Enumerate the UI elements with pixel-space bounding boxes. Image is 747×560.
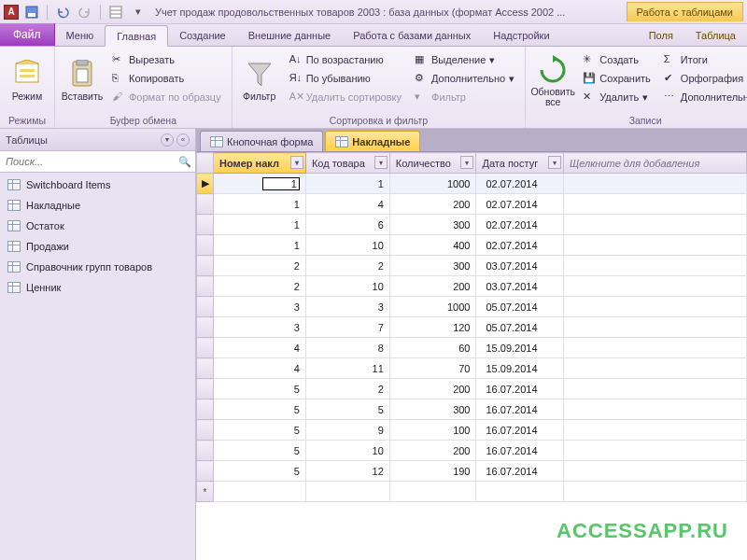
- tab-menu[interactable]: Меню: [55, 24, 106, 46]
- grid-cell[interactable]: 200: [389, 441, 476, 461]
- grid-cell-empty[interactable]: [563, 379, 746, 399]
- nav-item[interactable]: Switchboard Items: [0, 175, 195, 195]
- grid-cell[interactable]: 4: [214, 358, 306, 379]
- refresh-all-button[interactable]: Обновить все: [531, 50, 574, 112]
- grid-cell-empty[interactable]: [563, 235, 746, 256]
- view-button[interactable]: Режим: [6, 50, 49, 112]
- tab-external[interactable]: Внешние данные: [237, 24, 342, 46]
- qat-dropdown-icon[interactable]: ▾: [129, 3, 148, 21]
- column-dropdown-icon[interactable]: ▾: [548, 156, 561, 169]
- row-selector[interactable]: ▶: [197, 174, 214, 194]
- paste-button[interactable]: Вставить: [61, 50, 104, 112]
- filter-button[interactable]: Фильтр: [238, 50, 281, 112]
- grid-cell[interactable]: 16.07.2014: [476, 441, 563, 461]
- nav-collapse-icon[interactable]: «: [176, 133, 190, 147]
- grid-cell-empty[interactable]: [563, 276, 746, 297]
- grid-cell[interactable]: 12: [305, 461, 389, 482]
- delete-record-button[interactable]: ✕Удалить ▾: [578, 88, 655, 106]
- grid-cell[interactable]: 9: [305, 420, 389, 441]
- grid-cell-empty[interactable]: [563, 420, 746, 441]
- grid-cell[interactable]: 300: [389, 215, 476, 235]
- grid-cell[interactable]: 05.07.2014: [476, 317, 563, 338]
- grid-cell-empty[interactable]: [563, 297, 746, 317]
- grid-cell[interactable]: 2: [214, 256, 306, 276]
- row-selector[interactable]: [197, 215, 214, 235]
- grid-cell[interactable]: 200: [389, 276, 476, 297]
- tab-table[interactable]: Таблица: [684, 24, 747, 46]
- column-dropdown-icon[interactable]: ▾: [374, 156, 388, 169]
- grid-cell-empty[interactable]: [563, 215, 746, 235]
- grid-cell-empty[interactable]: [563, 461, 746, 482]
- grid-cell-empty[interactable]: [563, 338, 746, 358]
- grid-cell[interactable]: 02.07.2014: [476, 194, 563, 215]
- sort-asc-button[interactable]: A↓По возрастанию: [285, 50, 406, 69]
- doc-tab-invoices[interactable]: Накладные: [325, 131, 420, 151]
- grid-cell[interactable]: 300: [389, 399, 476, 420]
- nav-item[interactable]: Остаток: [0, 216, 195, 236]
- grid-cell[interactable]: 02.07.2014: [476, 215, 563, 235]
- spelling-button[interactable]: ✔Орфография: [659, 69, 747, 88]
- grid-cell[interactable]: 1: [214, 235, 306, 256]
- grid-cell[interactable]: 5: [305, 399, 389, 420]
- column-header[interactable]: Количество▾: [389, 153, 476, 174]
- grid-cell[interactable]: 15.09.2014: [476, 338, 563, 358]
- row-selector[interactable]: [197, 256, 214, 276]
- nav-header[interactable]: Таблицы ▾ «: [0, 129, 195, 151]
- row-selector[interactable]: [197, 420, 214, 441]
- grid-cell-empty[interactable]: [563, 358, 746, 379]
- grid-cell[interactable]: 200: [389, 379, 476, 399]
- form-icon[interactable]: [106, 3, 125, 21]
- grid-cell[interactable]: 3: [305, 297, 389, 317]
- tab-file[interactable]: Файл: [0, 23, 55, 46]
- grid-cell[interactable]: 15.09.2014: [476, 358, 563, 379]
- data-grid[interactable]: Номер накл▾Код товара▾Количество▾Дата по…: [196, 152, 747, 502]
- tab-dbtools[interactable]: Работа с базами данных: [342, 24, 482, 46]
- grid-cell[interactable]: 400: [389, 235, 476, 256]
- grid-cell-empty[interactable]: [563, 317, 746, 338]
- row-selector[interactable]: [197, 194, 214, 215]
- selection-button[interactable]: ▦Выделение ▾: [410, 50, 519, 69]
- grid-cell[interactable]: 300: [389, 256, 476, 276]
- tab-home[interactable]: Главная: [105, 25, 168, 47]
- copy-button[interactable]: ⎘Копировать: [107, 69, 226, 88]
- grid-cell[interactable]: 5: [214, 379, 306, 399]
- row-selector[interactable]: [197, 338, 214, 358]
- search-icon[interactable]: 🔍: [175, 156, 195, 168]
- new-row-selector[interactable]: *: [197, 482, 214, 502]
- row-selector[interactable]: [197, 379, 214, 399]
- grid-cell[interactable]: 16.07.2014: [476, 420, 563, 441]
- grid-cell[interactable]: 10: [305, 441, 389, 461]
- grid-cell[interactable]: 120: [389, 317, 476, 338]
- column-header[interactable]: Номер накл▾: [214, 153, 306, 174]
- grid-cell-empty[interactable]: [563, 174, 746, 194]
- save-record-button[interactable]: 💾Сохранить: [578, 69, 655, 88]
- grid-cell[interactable]: 1000: [389, 174, 476, 194]
- grid-cell[interactable]: 3: [214, 297, 306, 317]
- toggle-filter-button[interactable]: ▾Фильтр: [410, 88, 519, 106]
- active-cell[interactable]: 1: [262, 177, 300, 190]
- grid-cell[interactable]: 10: [305, 276, 389, 297]
- column-dropdown-icon[interactable]: ▾: [460, 156, 473, 169]
- grid-cell[interactable]: 1000: [389, 297, 476, 317]
- grid-cell[interactable]: 2: [214, 276, 306, 297]
- search-input[interactable]: [0, 151, 175, 172]
- row-selector[interactable]: [197, 276, 214, 297]
- add-column[interactable]: Щелкните для добавления: [563, 153, 746, 174]
- row-selector[interactable]: [197, 461, 214, 482]
- nav-item[interactable]: Продажи: [0, 236, 195, 257]
- sort-desc-button[interactable]: Я↓По убыванию: [285, 69, 406, 88]
- nav-item[interactable]: Справочник групп товаров: [0, 257, 195, 277]
- save-icon[interactable]: [22, 3, 41, 21]
- grid-cell[interactable]: 3: [214, 317, 306, 338]
- cut-button[interactable]: ✂Вырезать: [107, 50, 226, 69]
- redo-icon[interactable]: [76, 3, 94, 21]
- format-painter-button[interactable]: 🖌Формат по образцу: [107, 88, 226, 106]
- nav-item[interactable]: Накладные: [0, 195, 195, 216]
- grid-cell[interactable]: 60: [389, 338, 476, 358]
- select-all-corner[interactable]: [197, 153, 214, 174]
- totals-button[interactable]: ΣИтоги: [659, 50, 747, 69]
- grid-cell[interactable]: 1: [305, 174, 389, 194]
- grid-cell[interactable]: 5: [214, 399, 306, 420]
- grid-cell[interactable]: 5: [214, 441, 306, 461]
- grid-cell[interactable]: 16.07.2014: [476, 461, 563, 482]
